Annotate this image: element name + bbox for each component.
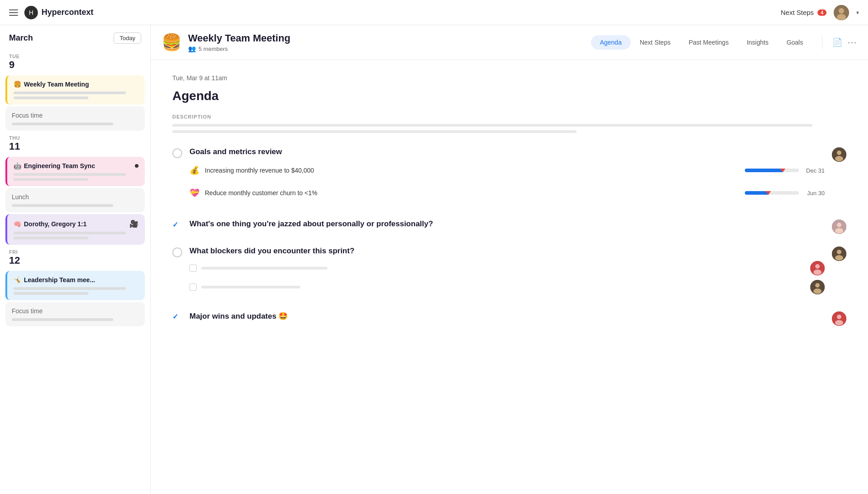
card-line <box>14 237 88 239</box>
tab-goals[interactable]: Goals <box>777 35 812 50</box>
day-header-tue: TUE 9 <box>0 51 150 73</box>
svg-point-17 <box>835 255 843 261</box>
card-line <box>12 204 113 207</box>
goal-row-churn: 💝 Reduce monthly customer churn to <1% J… <box>189 184 825 201</box>
day-num-tue: 9 <box>9 59 141 71</box>
agenda-item-avatar-blockers <box>832 247 846 261</box>
goal-progress-bar <box>745 169 799 172</box>
card-line <box>12 123 113 125</box>
card-line <box>14 96 88 99</box>
agenda-circle-goals[interactable] <box>172 148 182 158</box>
members-icon: 👥 <box>188 45 196 52</box>
checkbox-1[interactable] <box>189 265 197 272</box>
month-label: March <box>9 33 33 43</box>
next-steps-badge: 4 <box>817 9 826 16</box>
header-actions: 📄 ··· <box>832 37 857 47</box>
tab-agenda[interactable]: Agenda <box>591 35 631 50</box>
checkbox-2[interactable] <box>189 284 197 291</box>
meeting-card-lines <box>14 287 139 295</box>
more-options-icon[interactable]: ··· <box>848 38 857 47</box>
agenda-circle-blockers[interactable] <box>172 247 182 257</box>
agenda-item-title: What's one thing you're jazzed about per… <box>189 220 825 229</box>
menu-icon[interactable] <box>9 9 18 16</box>
lunch-card[interactable]: Lunch <box>5 188 145 212</box>
focus-card-title: Focus time <box>12 112 139 119</box>
meeting-card-lines <box>14 91 139 99</box>
card-line <box>14 292 88 295</box>
day-section-fri: FRI 12 🤸 Leadership Team mee... Focus ti… <box>0 247 150 326</box>
focus-card-title: Lunch <box>12 193 139 201</box>
goal-progress-fill <box>745 169 784 172</box>
tab-past-meetings[interactable]: Past Meetings <box>679 35 738 50</box>
svg-point-1 <box>839 8 844 14</box>
next-steps-label: Next Steps <box>781 9 814 16</box>
svg-point-8 <box>835 228 843 233</box>
meeting-card-weekly-team[interactable]: 🍔 Weekly Team Meeting <box>5 75 145 105</box>
nav-right: Next Steps 4 ▾ <box>781 5 859 20</box>
goal-row-revenue: 💰 Increasing monthly revenue to $40,000 … <box>189 162 825 179</box>
agenda-item-title: Goals and metrics review <box>189 147 825 156</box>
today-button[interactable]: Today <box>114 32 141 44</box>
agenda-item-title: Major wins and updates 🤩 <box>189 311 825 321</box>
meeting-card-title: 🍔 Weekly Team Meeting <box>14 81 139 88</box>
focus-card-lines <box>12 318 139 321</box>
meeting-emoji: 🧠 <box>14 220 21 228</box>
meeting-date: Tue, Mar 9 at 11am <box>172 74 846 82</box>
day-section-tue: TUE 9 🍔 Weekly Team Meeting Focus time <box>0 51 150 131</box>
description-lines <box>172 124 846 133</box>
logo: H Hypercontext <box>24 6 93 19</box>
day-header-fri: FRI 12 <box>0 247 150 269</box>
svg-point-13 <box>815 283 820 288</box>
agenda-item-blockers: What blockers did you encounter this spr… <box>172 247 846 299</box>
avatar-chevron-icon[interactable]: ▾ <box>856 9 859 16</box>
agenda-item-avatar-jazzed <box>832 220 846 234</box>
goal-progress-marker <box>766 191 771 195</box>
day-abbr-fri: FRI <box>9 249 141 255</box>
next-steps-button[interactable]: Next Steps 4 <box>781 9 827 16</box>
meeting-header-title: Weekly Team Meeting <box>188 32 585 44</box>
svg-point-2 <box>837 14 846 20</box>
video-icon: 🎥 <box>129 220 139 228</box>
card-line <box>12 318 113 321</box>
svg-point-7 <box>837 223 841 227</box>
focus-card-2[interactable]: Focus time <box>5 302 145 326</box>
meeting-members: 👥 5 members <box>188 45 585 52</box>
goal-text: Increasing monthly revenue to $40,000 <box>205 167 739 174</box>
meeting-tabs: Agenda Next Steps Past Meetings Insights… <box>591 35 812 50</box>
agenda-item-avatar-wins <box>832 311 846 326</box>
meeting-card-lines <box>14 173 139 181</box>
goal-date: Dec 31 <box>804 167 825 174</box>
checkbox-line <box>201 267 328 270</box>
card-line <box>14 232 126 234</box>
goal-progress <box>745 191 799 195</box>
meeting-emoji: 🤖 <box>14 162 21 169</box>
checkbox-item-1 <box>189 261 825 275</box>
agenda-item-body: Goals and metrics review 💰 Increasing mo… <box>189 147 825 207</box>
goal-progress-marker <box>780 169 785 172</box>
meeting-card-eng-sync[interactable]: 🤖 Engineering Team Sync <box>5 157 145 186</box>
avatar-blocker-1 <box>810 261 825 275</box>
avatar-blocker-2 <box>810 280 825 294</box>
goal-emoji: 💝 <box>189 188 199 198</box>
tab-divider <box>822 36 822 49</box>
user-avatar[interactable] <box>834 5 849 20</box>
focus-card-1[interactable]: Focus time <box>5 106 145 131</box>
agenda-item-body: What's one thing you're jazzed about per… <box>189 220 825 234</box>
desc-line <box>172 130 577 133</box>
meeting-card-dorothy[interactable]: 🧠 Dorothy, Gregory 1:1 🎥 <box>5 214 145 245</box>
agenda-item-avatar-goals <box>832 147 846 162</box>
agenda-content: Tue, Mar 9 at 11am Agenda DESCRIPTION Go… <box>151 60 868 494</box>
document-icon[interactable]: 📄 <box>832 37 842 47</box>
meeting-card-lines <box>14 232 139 239</box>
unread-dot <box>135 164 139 168</box>
goal-emoji: 💰 <box>189 165 199 175</box>
agenda-item-major-wins: ✓ Major wins and updates 🤩 <box>172 311 846 326</box>
meeting-card-leadership[interactable]: 🤸 Leadership Team mee... <box>5 271 145 300</box>
agenda-item-jazzed: ✓ What's one thing you're jazzed about p… <box>172 220 846 234</box>
tab-insights[interactable]: Insights <box>738 35 777 50</box>
svg-point-16 <box>837 250 841 254</box>
agenda-item-body: What blockers did you encounter this spr… <box>189 247 825 299</box>
day-section-thu: THU 11 🤖 Engineering Team Sync Lunch <box>0 133 150 245</box>
svg-point-10 <box>815 264 820 269</box>
tab-next-steps[interactable]: Next Steps <box>631 35 679 50</box>
